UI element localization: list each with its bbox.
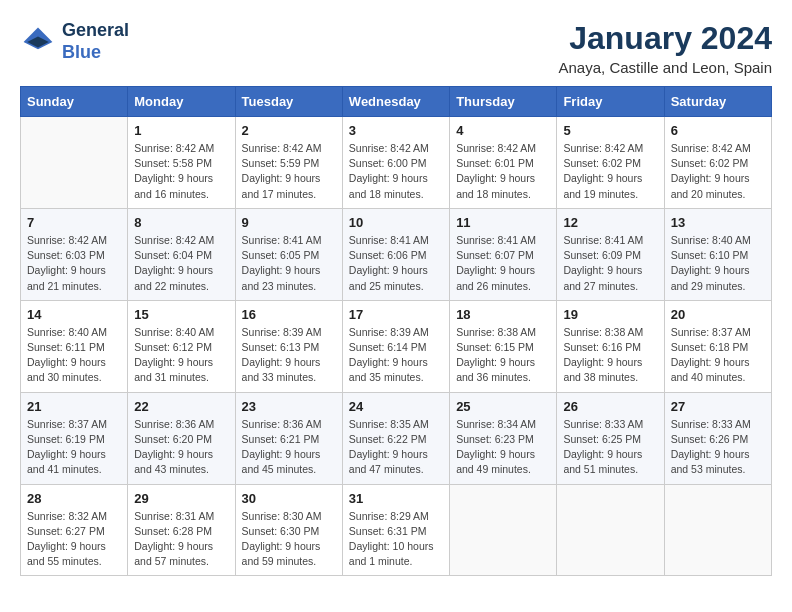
day-number: 12 bbox=[563, 215, 657, 230]
cell-info: Sunrise: 8:35 AMSunset: 6:22 PMDaylight:… bbox=[349, 417, 443, 478]
calendar-cell: 4Sunrise: 8:42 AMSunset: 6:01 PMDaylight… bbox=[450, 117, 557, 209]
day-number: 28 bbox=[27, 491, 121, 506]
calendar-cell: 6Sunrise: 8:42 AMSunset: 6:02 PMDaylight… bbox=[664, 117, 771, 209]
calendar-cell: 1Sunrise: 8:42 AMSunset: 5:58 PMDaylight… bbox=[128, 117, 235, 209]
day-number: 1 bbox=[134, 123, 228, 138]
cell-info: Sunrise: 8:42 AMSunset: 6:00 PMDaylight:… bbox=[349, 141, 443, 202]
calendar-cell: 11Sunrise: 8:41 AMSunset: 6:07 PMDayligh… bbox=[450, 208, 557, 300]
day-number: 19 bbox=[563, 307, 657, 322]
day-number: 26 bbox=[563, 399, 657, 414]
calendar-cell: 7Sunrise: 8:42 AMSunset: 6:03 PMDaylight… bbox=[21, 208, 128, 300]
calendar-cell: 3Sunrise: 8:42 AMSunset: 6:00 PMDaylight… bbox=[342, 117, 449, 209]
cell-info: Sunrise: 8:41 AMSunset: 6:07 PMDaylight:… bbox=[456, 233, 550, 294]
day-number: 3 bbox=[349, 123, 443, 138]
cell-info: Sunrise: 8:38 AMSunset: 6:15 PMDaylight:… bbox=[456, 325, 550, 386]
day-number: 13 bbox=[671, 215, 765, 230]
calendar-cell: 30Sunrise: 8:30 AMSunset: 6:30 PMDayligh… bbox=[235, 484, 342, 576]
cell-info: Sunrise: 8:34 AMSunset: 6:23 PMDaylight:… bbox=[456, 417, 550, 478]
calendar-cell: 12Sunrise: 8:41 AMSunset: 6:09 PMDayligh… bbox=[557, 208, 664, 300]
day-number: 23 bbox=[242, 399, 336, 414]
calendar-cell: 14Sunrise: 8:40 AMSunset: 6:11 PMDayligh… bbox=[21, 300, 128, 392]
day-number: 21 bbox=[27, 399, 121, 414]
calendar-cell: 10Sunrise: 8:41 AMSunset: 6:06 PMDayligh… bbox=[342, 208, 449, 300]
cell-info: Sunrise: 8:39 AMSunset: 6:14 PMDaylight:… bbox=[349, 325, 443, 386]
day-number: 17 bbox=[349, 307, 443, 322]
calendar-cell: 20Sunrise: 8:37 AMSunset: 6:18 PMDayligh… bbox=[664, 300, 771, 392]
day-number: 22 bbox=[134, 399, 228, 414]
weekday-header-sunday: Sunday bbox=[21, 87, 128, 117]
day-number: 7 bbox=[27, 215, 121, 230]
calendar-cell: 17Sunrise: 8:39 AMSunset: 6:14 PMDayligh… bbox=[342, 300, 449, 392]
day-number: 14 bbox=[27, 307, 121, 322]
weekday-header-wednesday: Wednesday bbox=[342, 87, 449, 117]
cell-info: Sunrise: 8:41 AMSunset: 6:09 PMDaylight:… bbox=[563, 233, 657, 294]
day-number: 31 bbox=[349, 491, 443, 506]
calendar-cell: 23Sunrise: 8:36 AMSunset: 6:21 PMDayligh… bbox=[235, 392, 342, 484]
day-number: 4 bbox=[456, 123, 550, 138]
cell-info: Sunrise: 8:37 AMSunset: 6:19 PMDaylight:… bbox=[27, 417, 121, 478]
day-number: 10 bbox=[349, 215, 443, 230]
weekday-header-tuesday: Tuesday bbox=[235, 87, 342, 117]
week-row-2: 7Sunrise: 8:42 AMSunset: 6:03 PMDaylight… bbox=[21, 208, 772, 300]
weekday-header-monday: Monday bbox=[128, 87, 235, 117]
calendar-table: SundayMondayTuesdayWednesdayThursdayFrid… bbox=[20, 86, 772, 576]
cell-info: Sunrise: 8:40 AMSunset: 6:11 PMDaylight:… bbox=[27, 325, 121, 386]
cell-info: Sunrise: 8:29 AMSunset: 6:31 PMDaylight:… bbox=[349, 509, 443, 570]
day-number: 11 bbox=[456, 215, 550, 230]
cell-info: Sunrise: 8:41 AMSunset: 6:05 PMDaylight:… bbox=[242, 233, 336, 294]
day-number: 2 bbox=[242, 123, 336, 138]
cell-info: Sunrise: 8:30 AMSunset: 6:30 PMDaylight:… bbox=[242, 509, 336, 570]
calendar-cell: 15Sunrise: 8:40 AMSunset: 6:12 PMDayligh… bbox=[128, 300, 235, 392]
logo: General Blue bbox=[20, 20, 129, 63]
logo-text: General Blue bbox=[62, 20, 129, 63]
calendar-cell: 21Sunrise: 8:37 AMSunset: 6:19 PMDayligh… bbox=[21, 392, 128, 484]
day-number: 16 bbox=[242, 307, 336, 322]
cell-info: Sunrise: 8:32 AMSunset: 6:27 PMDaylight:… bbox=[27, 509, 121, 570]
cell-info: Sunrise: 8:42 AMSunset: 6:02 PMDaylight:… bbox=[563, 141, 657, 202]
page-header: General Blue January 2024 Anaya, Castill… bbox=[20, 20, 772, 76]
cell-info: Sunrise: 8:40 AMSunset: 6:12 PMDaylight:… bbox=[134, 325, 228, 386]
week-row-3: 14Sunrise: 8:40 AMSunset: 6:11 PMDayligh… bbox=[21, 300, 772, 392]
day-number: 15 bbox=[134, 307, 228, 322]
calendar-cell: 29Sunrise: 8:31 AMSunset: 6:28 PMDayligh… bbox=[128, 484, 235, 576]
calendar-cell: 5Sunrise: 8:42 AMSunset: 6:02 PMDaylight… bbox=[557, 117, 664, 209]
cell-info: Sunrise: 8:42 AMSunset: 5:58 PMDaylight:… bbox=[134, 141, 228, 202]
calendar-cell: 24Sunrise: 8:35 AMSunset: 6:22 PMDayligh… bbox=[342, 392, 449, 484]
cell-info: Sunrise: 8:42 AMSunset: 6:03 PMDaylight:… bbox=[27, 233, 121, 294]
day-number: 9 bbox=[242, 215, 336, 230]
subtitle: Anaya, Castille and Leon, Spain bbox=[559, 59, 772, 76]
calendar-cell: 28Sunrise: 8:32 AMSunset: 6:27 PMDayligh… bbox=[21, 484, 128, 576]
cell-info: Sunrise: 8:42 AMSunset: 6:01 PMDaylight:… bbox=[456, 141, 550, 202]
weekday-header-row: SundayMondayTuesdayWednesdayThursdayFrid… bbox=[21, 87, 772, 117]
weekday-header-thursday: Thursday bbox=[450, 87, 557, 117]
cell-info: Sunrise: 8:31 AMSunset: 6:28 PMDaylight:… bbox=[134, 509, 228, 570]
day-number: 18 bbox=[456, 307, 550, 322]
calendar-cell: 18Sunrise: 8:38 AMSunset: 6:15 PMDayligh… bbox=[450, 300, 557, 392]
logo-icon bbox=[20, 24, 56, 60]
cell-info: Sunrise: 8:42 AMSunset: 6:02 PMDaylight:… bbox=[671, 141, 765, 202]
day-number: 8 bbox=[134, 215, 228, 230]
day-number: 20 bbox=[671, 307, 765, 322]
cell-info: Sunrise: 8:39 AMSunset: 6:13 PMDaylight:… bbox=[242, 325, 336, 386]
calendar-cell: 26Sunrise: 8:33 AMSunset: 6:25 PMDayligh… bbox=[557, 392, 664, 484]
weekday-header-saturday: Saturday bbox=[664, 87, 771, 117]
cell-info: Sunrise: 8:40 AMSunset: 6:10 PMDaylight:… bbox=[671, 233, 765, 294]
calendar-cell: 27Sunrise: 8:33 AMSunset: 6:26 PMDayligh… bbox=[664, 392, 771, 484]
calendar-cell bbox=[21, 117, 128, 209]
cell-info: Sunrise: 8:33 AMSunset: 6:25 PMDaylight:… bbox=[563, 417, 657, 478]
day-number: 29 bbox=[134, 491, 228, 506]
title-area: January 2024 Anaya, Castille and Leon, S… bbox=[559, 20, 772, 76]
day-number: 30 bbox=[242, 491, 336, 506]
weekday-header-friday: Friday bbox=[557, 87, 664, 117]
calendar-cell: 9Sunrise: 8:41 AMSunset: 6:05 PMDaylight… bbox=[235, 208, 342, 300]
day-number: 6 bbox=[671, 123, 765, 138]
main-title: January 2024 bbox=[559, 20, 772, 57]
cell-info: Sunrise: 8:38 AMSunset: 6:16 PMDaylight:… bbox=[563, 325, 657, 386]
calendar-cell: 2Sunrise: 8:42 AMSunset: 5:59 PMDaylight… bbox=[235, 117, 342, 209]
day-number: 25 bbox=[456, 399, 550, 414]
day-number: 24 bbox=[349, 399, 443, 414]
week-row-1: 1Sunrise: 8:42 AMSunset: 5:58 PMDaylight… bbox=[21, 117, 772, 209]
calendar-cell: 31Sunrise: 8:29 AMSunset: 6:31 PMDayligh… bbox=[342, 484, 449, 576]
cell-info: Sunrise: 8:37 AMSunset: 6:18 PMDaylight:… bbox=[671, 325, 765, 386]
day-number: 5 bbox=[563, 123, 657, 138]
